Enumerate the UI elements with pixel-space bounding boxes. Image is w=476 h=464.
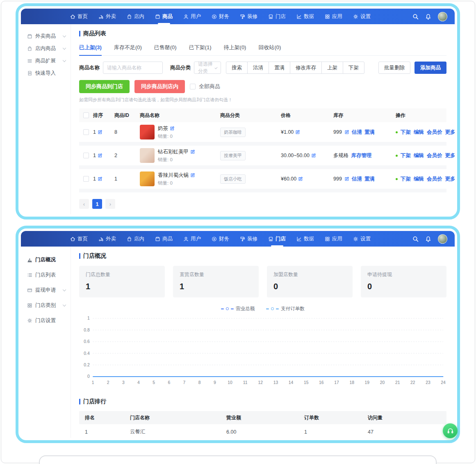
edit-stock-icon[interactable]	[344, 130, 349, 135]
bulk-action-button[interactable]: 沽清	[247, 62, 269, 74]
sidebar-item[interactable]: 店内商品	[21, 42, 71, 55]
nav-item[interactable]: 装修	[240, 9, 257, 24]
stock-link-2[interactable]: 置满	[364, 129, 375, 136]
status-tab[interactable]: 已下架(1)	[189, 44, 212, 55]
nav-item[interactable]: 店内	[127, 231, 144, 247]
nav-item[interactable]: 外卖	[98, 231, 116, 247]
nav-item[interactable]: 首页	[70, 9, 88, 24]
page-1-button[interactable]: 1	[92, 199, 102, 209]
status-tab[interactable]: 已上架(3)	[79, 44, 102, 55]
row-checkbox[interactable]	[83, 153, 89, 158]
legend-item[interactable]: 支付订单数	[266, 306, 305, 312]
nav-item[interactable]: 装修	[240, 231, 257, 247]
edit-link[interactable]: 编辑	[414, 129, 424, 136]
nav-item[interactable]: 数据	[296, 231, 314, 247]
nav-item[interactable]: 财务	[212, 9, 229, 24]
bulk-action-button[interactable]: 上架	[321, 62, 343, 74]
edit-name-icon[interactable]	[170, 126, 175, 131]
nav-item[interactable]: 设置	[353, 231, 371, 247]
nav-item-label: 应用	[332, 13, 342, 20]
more-link[interactable]: 更多	[445, 176, 455, 183]
nav-item[interactable]: 应用	[325, 9, 342, 24]
stock-link-1[interactable]: 估清	[352, 176, 362, 183]
sync-to-instore-button[interactable]: 同步商品到店内	[134, 80, 185, 93]
member-price-link[interactable]: 会员价	[427, 129, 442, 136]
stock-link-1[interactable]: 估清	[352, 129, 362, 136]
sidebar-item[interactable]: 门店概况	[21, 252, 71, 267]
select-all-checkbox[interactable]	[83, 112, 89, 118]
avatar[interactable]	[438, 234, 447, 244]
bulk-action-button[interactable]: 修改库存	[290, 62, 322, 74]
product-name-input[interactable]	[103, 62, 163, 74]
stat-label: 申请待提现	[367, 271, 440, 278]
nav-item[interactable]: 商品	[155, 9, 173, 24]
nav-item[interactable]: 店内	[127, 9, 144, 24]
avatar[interactable]	[438, 12, 447, 21]
edit-stock-icon[interactable]	[344, 176, 349, 181]
status-tab[interactable]: 已售罄(0)	[154, 44, 177, 55]
batch-delete-button[interactable]: 批量删除	[378, 62, 410, 74]
nav-item-icon	[98, 14, 104, 19]
takedown-link[interactable]: 下架	[401, 129, 411, 136]
sidebar-item[interactable]: 提现申请	[21, 283, 71, 298]
takedown-link[interactable]: 下架	[401, 176, 411, 183]
row-checkbox[interactable]	[83, 129, 89, 135]
sidebar-item[interactable]: 商品扩展	[21, 55, 71, 67]
add-product-button[interactable]: 添加商品	[415, 62, 446, 74]
nav-item[interactable]: 首页	[70, 231, 88, 247]
sidebar-item[interactable]: 快速导入	[21, 67, 71, 79]
edit-name-icon[interactable]	[190, 173, 195, 178]
sidebar-item[interactable]: 门店设置	[21, 313, 71, 328]
edit-price-icon[interactable]	[295, 130, 300, 135]
edit-link[interactable]: 编辑	[414, 152, 424, 159]
nav-item-label: 数据	[304, 13, 314, 20]
nav-item-label: 财务	[219, 13, 229, 20]
search-button[interactable]: 搜索	[226, 62, 248, 74]
sidebar-item[interactable]: 门店列表	[21, 267, 71, 283]
row-checkbox[interactable]	[83, 176, 89, 182]
nav-item[interactable]: 外卖	[98, 9, 116, 24]
edit-price-icon[interactable]	[311, 153, 316, 158]
next-page-button[interactable]: ›	[105, 199, 115, 209]
legend-item[interactable]: 营业总额	[221, 306, 255, 312]
category-select[interactable]: 请选择分类	[194, 62, 221, 74]
nav-item[interactable]: 门店	[268, 9, 286, 24]
stock-link-2[interactable]: 置满	[364, 176, 375, 183]
status-tab[interactable]: 回收站(0)	[258, 44, 281, 55]
search-icon[interactable]	[412, 236, 419, 242]
notification-bell-icon[interactable]	[425, 14, 431, 20]
customer-service-button[interactable]	[443, 423, 458, 438]
notification-bell-icon[interactable]	[425, 236, 431, 242]
edit-sort-icon[interactable]	[98, 153, 102, 158]
sync-to-store-button[interactable]: 同步商品到门店	[79, 80, 130, 93]
stock-link-1[interactable]: 库存管理	[351, 152, 372, 159]
bulk-action-button[interactable]: 置满	[269, 62, 290, 74]
edit-sort-icon[interactable]	[98, 130, 102, 135]
more-link[interactable]: 更多	[445, 129, 455, 136]
all-products-checkbox[interactable]	[190, 84, 196, 89]
nav-item[interactable]: 门店	[268, 231, 286, 247]
visits-value: 47	[362, 429, 446, 435]
search-icon[interactable]	[412, 14, 419, 20]
status-tab[interactable]: 待上架(0)	[224, 44, 246, 55]
nav-item[interactable]: 用户	[183, 231, 201, 247]
prev-page-button[interactable]: ‹	[79, 199, 89, 209]
nav-item[interactable]: 设置	[353, 9, 371, 24]
nav-item[interactable]: 财务	[212, 231, 229, 247]
edit-price-icon[interactable]	[298, 176, 303, 181]
nav-item[interactable]: 应用	[325, 231, 342, 247]
takedown-link[interactable]: 下架	[401, 152, 411, 159]
member-price-link[interactable]: 会员价	[427, 152, 442, 159]
status-tab[interactable]: 库存不足(0)	[114, 44, 142, 55]
nav-item[interactable]: 用户	[183, 9, 201, 24]
nav-item[interactable]: 商品	[155, 231, 173, 247]
nav-item[interactable]: 数据	[296, 9, 314, 24]
sidebar-item[interactable]: 外卖商品	[21, 30, 71, 42]
edit-sort-icon[interactable]	[98, 176, 102, 181]
bulk-action-button[interactable]: 下架	[343, 62, 364, 74]
edit-link[interactable]: 编辑	[414, 176, 424, 183]
sidebar-item[interactable]: 门店类别	[21, 298, 71, 313]
member-price-link[interactable]: 会员价	[427, 176, 442, 183]
more-link[interactable]: 更多	[445, 152, 455, 159]
edit-name-icon[interactable]	[190, 149, 195, 154]
